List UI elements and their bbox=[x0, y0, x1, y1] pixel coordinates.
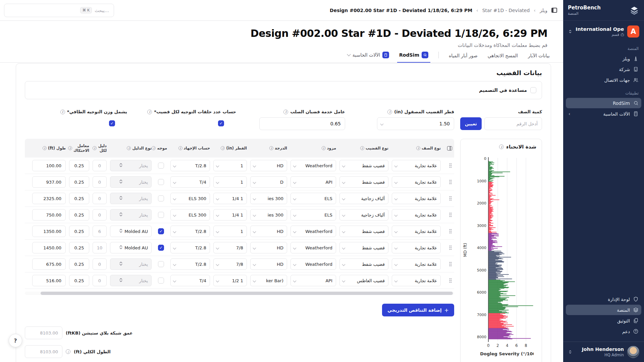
stress-calc-select[interactable]: T/2.8 bbox=[170, 258, 210, 270]
org-switcher[interactable]: A International Operations قسم bbox=[563, 21, 644, 41]
set-quantity-button[interactable]: تعيين bbox=[460, 117, 482, 130]
row-type-select[interactable]: علامة تجارية bbox=[392, 209, 441, 221]
row-type-select[interactable]: علامة تجارية bbox=[392, 160, 441, 171]
length-input[interactable]: 1350.00 bbox=[32, 226, 66, 237]
guide-type-select[interactable]: Molded AU bbox=[110, 242, 152, 253]
tab-بيانات-الآبار[interactable]: بيانات الآبار bbox=[528, 53, 550, 62]
friction-coeff-input[interactable]: 0.25 bbox=[69, 176, 89, 188]
sidebar-item-جهات-الاتصال[interactable]: جهات الاتصال bbox=[566, 75, 641, 85]
length-input[interactable]: 1450.00 bbox=[32, 242, 66, 253]
column-info-icon[interactable]: i bbox=[152, 146, 156, 150]
polished-rod-info-icon[interactable]: i bbox=[387, 110, 392, 114]
drag-handle-icon[interactable] bbox=[449, 196, 452, 201]
friction-coeff-input[interactable]: 0.25 bbox=[69, 275, 89, 286]
friction-coeff-input[interactable]: 0.25 bbox=[69, 242, 89, 253]
guides-per-rod-input[interactable]: 0 bbox=[93, 258, 107, 270]
diameter-select[interactable]: 7/8 bbox=[213, 242, 247, 253]
diameter-select[interactable]: 7/8 bbox=[213, 258, 247, 270]
stress-calc-select[interactable]: T/2.8 bbox=[170, 160, 210, 171]
sidebar-item-rodsim[interactable]: RodSim bbox=[566, 98, 641, 108]
drag-handle-icon[interactable] bbox=[449, 163, 452, 168]
grade-select[interactable]: HD bbox=[250, 242, 287, 253]
friction-coeff-input[interactable]: 0.25 bbox=[69, 258, 89, 270]
user-menu[interactable]: John Henderson HQ Admin bbox=[563, 342, 644, 362]
guide-type-select[interactable]: يختار bbox=[110, 258, 152, 270]
sidebar-toggle-icon[interactable] bbox=[551, 8, 557, 13]
stress-calc-select[interactable]: T/4 bbox=[170, 275, 210, 286]
service-factor-info-icon[interactable]: i bbox=[283, 110, 288, 114]
quantity-input[interactable]: أدخل الرقم bbox=[484, 117, 542, 130]
drag-handle-icon[interactable] bbox=[449, 245, 452, 250]
vendor-select[interactable]: Weatherford bbox=[290, 226, 336, 237]
help-button[interactable]: ? bbox=[9, 334, 22, 347]
grade-select[interactable]: D bbox=[250, 176, 287, 188]
guided-checkbox[interactable]: ✓ bbox=[158, 245, 164, 251]
guided-checkbox[interactable] bbox=[158, 278, 164, 284]
guided-checkbox[interactable] bbox=[158, 195, 164, 201]
column-info-icon[interactable]: i bbox=[360, 146, 364, 150]
diameter-select[interactable]: 1/4 1 bbox=[213, 209, 247, 221]
rod-type-select[interactable]: قضيب الغاطس bbox=[339, 275, 388, 286]
tab-المسح-الاتجاهي[interactable]: المسح الاتجاهي bbox=[488, 53, 518, 62]
polished-rod-select[interactable]: 1.50 bbox=[377, 117, 454, 130]
design-assist-checkbox[interactable] bbox=[530, 87, 536, 93]
guide-type-select[interactable]: يختار bbox=[110, 193, 152, 204]
sidebar-footer-item-help-icon[interactable]: دعم bbox=[566, 326, 641, 337]
guides-per-rod-input[interactable]: 0 bbox=[93, 176, 107, 188]
add-taper-button[interactable]: + إضافة التناقص التدريجي bbox=[382, 304, 454, 316]
guides-per-rod-input[interactable]: 10 bbox=[93, 242, 107, 253]
chart-info-icon[interactable]: i bbox=[499, 144, 504, 149]
rod-type-select[interactable]: قضيب شفط bbox=[339, 258, 388, 270]
service-factor-input[interactable]: 0.65 bbox=[259, 117, 345, 130]
friction-coeff-input[interactable]: 0.25 bbox=[69, 226, 89, 237]
stress-calc-select[interactable]: T/2.8 bbox=[170, 226, 210, 237]
drag-handle-icon[interactable] bbox=[449, 229, 452, 234]
rod-type-select[interactable]: قضيب شفط bbox=[339, 226, 388, 237]
diameter-select[interactable]: 1/4 1 bbox=[213, 193, 247, 204]
sidebar-footer-item-docs-icon[interactable]: التوثيق bbox=[566, 315, 641, 326]
buoyant-weight-checkbox[interactable]: ✓ bbox=[109, 120, 115, 126]
summary-field-value[interactable]: 8103.00 bbox=[25, 326, 62, 339]
guide-type-select[interactable]: يختار bbox=[110, 160, 152, 171]
friction-coeff-input[interactable]: 0.25 bbox=[69, 209, 89, 221]
guided-checkbox[interactable] bbox=[158, 179, 164, 185]
diameter-select[interactable]: 1 bbox=[213, 226, 247, 237]
scrollbar-thumb[interactable] bbox=[41, 292, 453, 295]
vendor-select[interactable]: API bbox=[290, 275, 336, 286]
vendor-select[interactable]: Weatherford bbox=[290, 160, 336, 171]
rod-type-select[interactable]: قضيب شفط bbox=[339, 160, 388, 171]
drag-handle-icon[interactable] bbox=[449, 261, 452, 267]
length-input[interactable]: 750.00 bbox=[32, 209, 66, 221]
breadcrumb-item[interactable]: Design #002.00 Star #1D - Deviated 1/18/… bbox=[330, 8, 472, 13]
grade-select[interactable]: HD bbox=[250, 258, 287, 270]
guides-per-rod-input[interactable]: 0 bbox=[93, 209, 107, 221]
tab-الآلات-الحاسبة[interactable]: الآلات الحاسبة bbox=[347, 52, 389, 62]
vendor-select[interactable]: ELS bbox=[290, 193, 336, 204]
grade-select[interactable]: ker Bar) bbox=[250, 275, 287, 286]
guided-checkbox[interactable]: ✓ bbox=[158, 228, 164, 234]
stress-calc-select[interactable]: T/2.8 bbox=[170, 242, 210, 253]
sidebar-footer-item-platform-layers-icon[interactable]: المنصة bbox=[566, 305, 641, 315]
rod-type-select[interactable]: قضيب شفط bbox=[339, 176, 388, 188]
grade-select[interactable]: HD bbox=[250, 160, 287, 171]
grade-select[interactable]: ies 300 bbox=[250, 209, 287, 221]
rod-type-select[interactable]: ألياف زجاجية bbox=[339, 193, 388, 204]
row-type-select[interactable]: علامة تجارية bbox=[392, 226, 441, 237]
vendor-select[interactable]: Weatherford bbox=[290, 242, 336, 253]
columns-icon[interactable] bbox=[447, 146, 452, 150]
drag-handle-icon[interactable] bbox=[449, 278, 452, 283]
guides-per-rod-input[interactable]: 0 bbox=[93, 275, 107, 286]
sidebar-item-الآلات-الحاسبة[interactable]: الآلات الحاسبة› bbox=[566, 109, 641, 119]
grade-select[interactable]: ies 300 bbox=[250, 193, 287, 204]
guided-checkbox[interactable] bbox=[158, 212, 164, 218]
row-type-select[interactable]: علامة تجارية bbox=[392, 176, 441, 188]
row-type-select[interactable]: علامة تجارية bbox=[392, 242, 441, 253]
summary-field-value[interactable]: 8103.00 bbox=[25, 345, 62, 358]
row-type-select[interactable]: علامة تجارية bbox=[392, 275, 441, 286]
guides-per-rod-input[interactable]: 0 bbox=[93, 160, 107, 171]
column-info-icon[interactable]: i bbox=[416, 146, 420, 150]
length-input[interactable]: 675.00 bbox=[32, 258, 66, 270]
guides-per-rod-input[interactable]: 0 bbox=[93, 193, 107, 204]
column-info-icon[interactable]: i bbox=[93, 146, 97, 150]
rod-type-select[interactable]: ألياف زجاجية bbox=[339, 209, 388, 221]
